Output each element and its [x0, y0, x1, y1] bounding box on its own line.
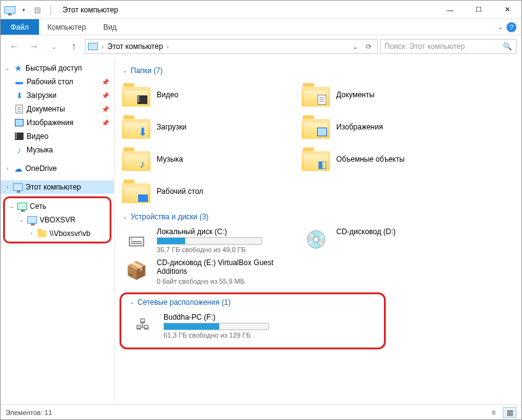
- file-tab[interactable]: Файл: [1, 19, 39, 35]
- sidebar-network[interactable]: Сеть: [5, 199, 110, 213]
- close-button[interactable]: ✕: [493, 1, 521, 19]
- folder-documents[interactable]: Документы: [299, 79, 479, 111]
- cloud-icon: ☁: [13, 164, 23, 173]
- search-input[interactable]: Поиск: Этот компьютер 🔍: [380, 39, 516, 54]
- network-icon: [17, 201, 27, 211]
- folder-icon: [302, 83, 330, 107]
- music-icon: ♪: [14, 145, 24, 155]
- back-button[interactable]: ←: [6, 38, 23, 55]
- chevron-down-icon[interactable]: [122, 68, 128, 74]
- pin-icon: 📌: [102, 92, 109, 99]
- storage-bar: [163, 323, 269, 330]
- refresh-button[interactable]: ⟳: [362, 40, 375, 53]
- folder-icon: [122, 83, 150, 107]
- chevron-right-icon[interactable]: [28, 230, 35, 237]
- pin-icon: 📌: [102, 120, 109, 126]
- storage-bar: [157, 237, 262, 245]
- search-placeholder: Поиск: Этот компьютер: [385, 42, 465, 51]
- drive-local-c[interactable]: 🖴 Локальный диск (C:) 35,7 ГБ свободно и…: [120, 225, 299, 256]
- highlight-annotation: Сеть VBOXSVR \\Vboxsvr\vb: [3, 196, 111, 243]
- pc-icon: [88, 43, 98, 50]
- status-bar: Элементов: 11 ≡ ▦: [1, 405, 521, 419]
- document-icon: [14, 104, 24, 114]
- chevron-down-icon[interactable]: [129, 299, 135, 305]
- network-drive-icon: 🖧: [129, 313, 157, 336]
- navigation-pane: ★ Быстрый доступ ▬ Рабочий стол 📌 ⬇ Загр…: [1, 58, 115, 402]
- help-button[interactable]: ?: [507, 22, 516, 32]
- properties-icon[interactable]: ▤: [32, 4, 43, 15]
- network-drive-buddha[interactable]: 🖧 Buddha-PC (F:) 61,3 ГБ свободно из 129…: [126, 310, 306, 341]
- address-bar[interactable]: › Этот компьютер › ⌄ ⟳: [85, 39, 378, 54]
- folder-videos[interactable]: Видео: [120, 79, 299, 111]
- desktop-icon: ▬: [14, 77, 24, 87]
- chevron-right-icon[interactable]: ›: [102, 43, 103, 50]
- sidebar-item-music[interactable]: ♪ Музыка: [1, 143, 114, 157]
- folder-3d-objects[interactable]: ◧ Объемные объекты: [299, 143, 479, 175]
- sidebar-vb-share[interactable]: \\Vboxsvr\vb: [5, 227, 110, 240]
- ribbon: Файл Компьютер Вид ⌄ ?: [1, 19, 521, 35]
- recent-dropdown[interactable]: ⌄: [45, 38, 63, 55]
- sidebar-item-desktop[interactable]: ▬ Рабочий стол 📌: [1, 75, 114, 89]
- folder-music[interactable]: ♪ Музыка: [120, 143, 299, 175]
- chevron-right-icon[interactable]: [4, 184, 11, 190]
- search-icon: 🔍: [503, 42, 512, 51]
- vbox-icon: 📦: [122, 258, 150, 282]
- details-view-button[interactable]: ≡: [487, 407, 500, 418]
- tiles-view-button[interactable]: ▦: [503, 407, 516, 418]
- forward-button[interactable]: →: [25, 38, 43, 55]
- video-icon: [14, 131, 24, 141]
- tab-computer[interactable]: Компьютер: [39, 19, 95, 35]
- section-drives[interactable]: Устройства и диски (3): [122, 212, 516, 221]
- sidebar-item-downloads[interactable]: ⬇ Загрузки 📌: [1, 89, 114, 102]
- section-folders[interactable]: Папки (7): [122, 66, 516, 75]
- folder-pictures[interactable]: Изображения: [299, 111, 479, 143]
- folder-downloads[interactable]: ⬇ Загрузки: [120, 111, 299, 143]
- pin-icon: 📌: [102, 79, 109, 85]
- navigation-bar: ← → ⌄ ↑ › Этот компьютер › ⌄ ⟳ Поиск: Эт…: [1, 35, 521, 58]
- tab-view[interactable]: Вид: [95, 19, 126, 35]
- folder-icon: [122, 180, 150, 203]
- pc-icon: [13, 182, 23, 192]
- chevron-down-icon[interactable]: [4, 65, 11, 71]
- sidebar-item-pictures[interactable]: Изображения 📌: [1, 116, 114, 129]
- chevron-down-icon[interactable]: [19, 217, 25, 223]
- star-icon: ★: [13, 63, 23, 73]
- folder-icon: ◧: [302, 147, 330, 171]
- chevron-right-icon[interactable]: [4, 165, 11, 172]
- maximize-button[interactable]: ☐: [464, 1, 493, 19]
- download-icon: ⬇: [14, 90, 24, 100]
- sidebar-quick-access[interactable]: ★ Быстрый доступ: [1, 61, 114, 75]
- address-dropdown[interactable]: ⌄: [349, 40, 361, 53]
- folder-icon: ⬇: [122, 115, 150, 139]
- ribbon-expand-icon[interactable]: ⌄: [498, 24, 503, 30]
- sidebar-onedrive[interactable]: ☁ OneDrive: [1, 162, 114, 175]
- breadcrumb-thispc[interactable]: Этот компьютер: [107, 42, 163, 51]
- highlight-annotation: Сетевые расположения (1) 🖧 Buddha-PC (F:…: [120, 292, 386, 349]
- sidebar-vboxsvr[interactable]: VBOXSVR: [5, 213, 110, 227]
- item-count: Элементов: 11: [6, 409, 52, 416]
- drive-vbox-e[interactable]: 📦 CD-дисковод (E:) VirtualBox Guest Addi…: [120, 256, 299, 287]
- up-button[interactable]: ↑: [65, 38, 82, 55]
- chevron-down-icon[interactable]: [9, 203, 15, 209]
- minimize-button[interactable]: —: [436, 1, 464, 19]
- sidebar-this-pc[interactable]: Этот компьютер: [1, 180, 114, 194]
- picture-icon: [14, 118, 24, 128]
- qat-divider: |: [45, 4, 56, 15]
- drive-cd-d[interactable]: 💿 CD-дисковод (D:): [299, 225, 479, 256]
- sidebar-item-documents[interactable]: Документы 📌: [1, 102, 114, 116]
- folder-icon: ♪: [122, 147, 150, 171]
- hdd-icon: 🖴: [122, 227, 150, 251]
- qat-dropdown[interactable]: ▾: [18, 4, 29, 15]
- section-network-locations[interactable]: Сетевые расположения (1): [129, 298, 379, 307]
- computer-icon: [27, 215, 37, 225]
- folder-icon: [37, 229, 47, 238]
- window-title: Этот компьютер: [63, 6, 118, 14]
- sidebar-item-videos[interactable]: Видео: [1, 129, 114, 143]
- folder-desktop[interactable]: Рабочий стол: [120, 175, 299, 208]
- system-icon[interactable]: [4, 4, 15, 15]
- cd-icon: 💿: [302, 227, 330, 251]
- chevron-down-icon[interactable]: [122, 214, 128, 220]
- folder-icon: [302, 115, 330, 139]
- content-pane: Папки (7) Видео ⬇ Загрузки ♪ Музыка Ра: [115, 58, 521, 402]
- chevron-right-icon[interactable]: ›: [167, 43, 168, 50]
